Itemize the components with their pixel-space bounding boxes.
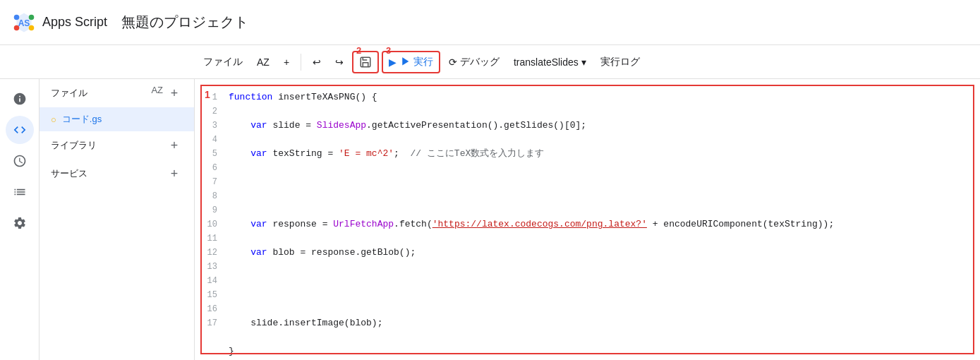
code-content[interactable]: function insertTeXAsPNG() { var slide = …: [229, 90, 969, 349]
apps-script-logo: AS: [11, 10, 37, 35]
library-section[interactable]: ライブラリ +: [40, 131, 194, 160]
list-icon-button[interactable]: [6, 178, 34, 206]
line-4: 4: [200, 133, 217, 147]
file-name: コード.gs: [62, 113, 102, 126]
toolbar: ファイル AZ + ↩ ↪ 2 3 ▶ ▶ 実行 ⟳ デバッグ translat…: [0, 45, 980, 79]
line-11: 11: [200, 232, 217, 246]
service-section[interactable]: サービス +: [40, 160, 194, 188]
app-header: AS Apps Script 無題のプロジェクト: [0, 0, 980, 45]
badge-1: 1: [205, 89, 210, 100]
line-9: 9: [200, 203, 217, 217]
save-icon: [359, 56, 372, 68]
logo-area: AS Apps Script: [11, 10, 107, 35]
sort-files-icon[interactable]: AZ: [151, 85, 163, 102]
add-file-icon[interactable]: +: [166, 85, 183, 102]
badge-2: 2: [356, 45, 361, 56]
clock-icon: [13, 154, 27, 168]
info-icon-button[interactable]: [6, 85, 34, 113]
run-icon: ▶: [389, 56, 397, 68]
sort-button[interactable]: AZ: [251, 51, 275, 73]
line-17: 17: [200, 316, 217, 330]
line-5: 5: [200, 147, 217, 161]
add-service-icon[interactable]: +: [166, 165, 183, 182]
file-section-title: ファイル: [51, 87, 87, 100]
line-14: 14: [200, 274, 217, 288]
svg-point-5: [29, 25, 35, 30]
library-label: ライブラリ: [51, 139, 97, 152]
log-button[interactable]: 実行ログ: [595, 51, 646, 73]
line-13: 13: [200, 260, 217, 274]
undo-button[interactable]: ↩: [307, 51, 327, 73]
code-editor[interactable]: 1 2 3 4 5 6 7 8 9 10 11 12 13 14 15 16 1…: [195, 79, 980, 360]
file-item-code-gs[interactable]: ○ コード.gs: [40, 107, 194, 131]
sidebar-icons: [0, 79, 40, 360]
badge-3: 3: [386, 45, 391, 56]
sort-icon: AZ: [257, 56, 270, 68]
line-12: 12: [200, 246, 217, 260]
debug-icon: ⟳: [449, 56, 457, 68]
main-layout: ファイル AZ + ○ コード.gs ライブラリ + サービス + 1 1 2 …: [0, 79, 980, 360]
code-icon-button[interactable]: [6, 116, 34, 144]
add-file-button[interactable]: +: [278, 51, 295, 73]
line-3: 3: [200, 119, 217, 133]
line-6: 6: [200, 161, 217, 175]
code-area: 1 1 2 3 4 5 6 7 8 9 10 11 12 13 14 15 16…: [195, 79, 980, 360]
svg-point-6: [14, 25, 20, 30]
line-numbers: 1 2 3 4 5 6 7 8 9 10 11 12 13 14 15 16 1…: [200, 90, 229, 349]
debug-button[interactable]: ⟳ デバッグ: [443, 51, 505, 73]
line-7: 7: [200, 175, 217, 189]
list-icon: [13, 185, 27, 199]
separator-1: [301, 54, 301, 71]
svg-text:AS: AS: [18, 18, 30, 28]
gear-icon: [13, 216, 27, 230]
file-section-header: ファイル AZ +: [40, 79, 194, 107]
file-menu-button[interactable]: ファイル: [198, 51, 248, 73]
project-title: 無題のプロジェクト: [121, 13, 248, 32]
line-8: 8: [200, 189, 217, 203]
app-title: Apps Script: [42, 15, 107, 30]
function-selector[interactable]: translateSlides ▾: [508, 54, 592, 71]
redo-button[interactable]: ↪: [329, 51, 349, 73]
code-icon: [13, 123, 27, 137]
add-library-icon[interactable]: +: [166, 137, 183, 154]
line-10: 10: [200, 217, 217, 232]
file-icon: ○: [51, 114, 56, 125]
line-2: 2: [200, 104, 217, 119]
svg-point-3: [14, 14, 20, 20]
line-16: 16: [200, 302, 217, 316]
file-panel: ファイル AZ + ○ コード.gs ライブラリ + サービス +: [40, 79, 195, 360]
settings-icon-button[interactable]: [6, 209, 34, 237]
info-icon: [13, 92, 27, 106]
service-label: サービス: [51, 167, 87, 180]
clock-icon-button[interactable]: [6, 147, 34, 175]
svg-point-4: [29, 14, 35, 20]
function-name: translateSlides: [514, 56, 579, 68]
line-15: 15: [200, 288, 217, 302]
chevron-down-icon: ▾: [581, 56, 586, 68]
